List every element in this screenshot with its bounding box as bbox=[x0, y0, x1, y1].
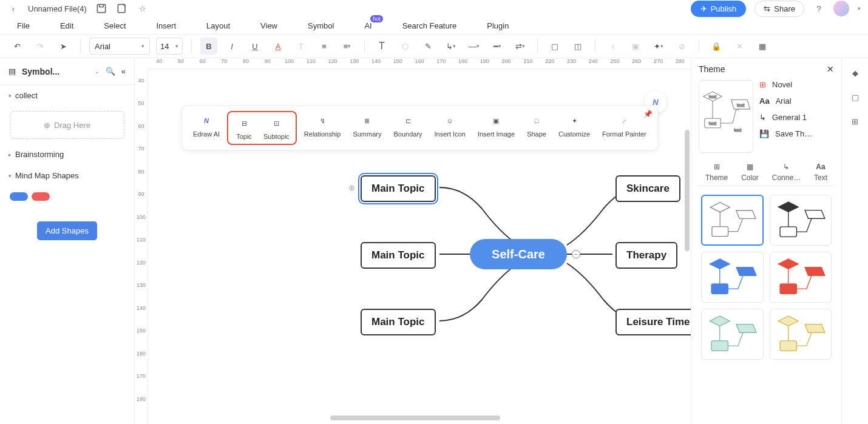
rp-novel[interactable]: ⊞Novel bbox=[759, 80, 834, 89]
image-icon[interactable]: ▢ bbox=[546, 38, 563, 55]
line-weight-icon[interactable]: ━▾ bbox=[489, 38, 506, 55]
section-mindmap[interactable]: ▾Mind Map Shapes bbox=[0, 165, 134, 186]
align-icon[interactable]: ≡ bbox=[316, 38, 333, 55]
topic-l1[interactable]: Main Topic bbox=[361, 175, 436, 202]
highlight-icon[interactable]: T bbox=[293, 38, 310, 55]
line-style-icon[interactable]: —▾ bbox=[466, 38, 483, 55]
crop-icon[interactable]: ◫ bbox=[569, 38, 586, 55]
arrow-icon[interactable]: ⇄▾ bbox=[512, 38, 529, 55]
theme-4[interactable] bbox=[770, 252, 832, 303]
menu-ai[interactable]: AIhot bbox=[364, 21, 371, 30]
theme-3[interactable] bbox=[701, 252, 764, 303]
line-height-icon[interactable]: ≡▾ bbox=[339, 38, 356, 55]
theme-1[interactable] bbox=[701, 195, 764, 246]
topic-r2[interactable]: Therapy bbox=[615, 242, 677, 269]
back-icon[interactable]: ‹ bbox=[7, 2, 19, 15]
topic-r3[interactable]: Leisure Time bbox=[615, 309, 691, 335]
ft-summary[interactable]: ≣Summary bbox=[348, 111, 386, 145]
rtab-color[interactable]: ▦Color bbox=[741, 163, 759, 182]
center-node[interactable]: Self-Care bbox=[470, 239, 567, 269]
distribute-icon[interactable]: ▣ bbox=[627, 38, 644, 55]
help-icon[interactable]: ? bbox=[813, 2, 825, 15]
ft-subtopic[interactable]: ⊡Subtopic bbox=[259, 113, 294, 143]
redo-icon[interactable]: ↷ bbox=[32, 38, 49, 55]
theme-5[interactable] bbox=[701, 309, 764, 360]
sidebar-caret-icon[interactable]: ⌄ bbox=[95, 69, 100, 75]
topic-l3[interactable]: Main Topic bbox=[361, 309, 436, 335]
ft-relationship[interactable]: ↯Relationship bbox=[299, 111, 346, 145]
pin-icon[interactable]: 📌 bbox=[643, 110, 653, 118]
menu-view[interactable]: View bbox=[260, 21, 277, 30]
topic-r1[interactable]: Skincare bbox=[615, 175, 680, 202]
save-icon[interactable] bbox=[95, 2, 107, 15]
ft-topic[interactable]: ⊟Topic bbox=[229, 113, 259, 143]
library-icon: ▤ bbox=[8, 67, 16, 76]
line-color-icon[interactable]: ✎ bbox=[419, 38, 436, 55]
search-icon[interactable]: 🔍 bbox=[106, 67, 115, 76]
underline-icon[interactable]: U bbox=[246, 38, 263, 55]
bold-icon[interactable]: B bbox=[200, 38, 217, 55]
text-tool-icon[interactable]: T bbox=[373, 38, 390, 55]
ft-image[interactable]: ▣Insert Image bbox=[473, 111, 520, 145]
collapse-sidebar-icon[interactable]: « bbox=[121, 67, 126, 76]
shape-pill-red[interactable] bbox=[32, 192, 50, 201]
menu-symbol[interactable]: Symbol bbox=[308, 21, 334, 30]
rtab-theme[interactable]: ⊞Theme bbox=[705, 163, 728, 182]
share-button[interactable]: ⇆Share bbox=[754, 1, 804, 17]
undo-icon[interactable]: ↶ bbox=[8, 38, 25, 55]
add-sibling-icon[interactable]: ⊕ bbox=[348, 183, 355, 192]
cursor-icon[interactable]: ➤ bbox=[55, 38, 72, 55]
rp-general[interactable]: ↳General 1 bbox=[759, 113, 834, 122]
ft-edraw-ai[interactable]: NEdraw AI bbox=[188, 111, 225, 145]
rtab-conn[interactable]: ↳Conne… bbox=[772, 163, 801, 182]
collapse-icon[interactable]: − bbox=[572, 250, 580, 258]
ft-customize[interactable]: ✦Customize bbox=[554, 111, 595, 145]
rp-font[interactable]: AaArial bbox=[759, 96, 834, 106]
svg-text:text: text bbox=[709, 94, 717, 99]
horizontal-scrollbar[interactable] bbox=[330, 416, 500, 420]
ft-icon[interactable]: ☺Insert Icon bbox=[430, 111, 470, 145]
rp-save[interactable]: 💾Save Th… bbox=[759, 129, 834, 138]
lock-icon[interactable]: 🔒 bbox=[708, 38, 725, 55]
font-select[interactable]: Arial▾ bbox=[89, 38, 150, 55]
align-obj-icon[interactable]: ⫞ bbox=[604, 38, 621, 55]
tools-icon[interactable]: ✕ bbox=[731, 38, 748, 55]
export-icon[interactable] bbox=[116, 2, 128, 15]
avatar-caret-icon[interactable]: ▾ bbox=[858, 5, 861, 12]
close-icon[interactable]: ✕ bbox=[827, 64, 834, 74]
avatar[interactable] bbox=[833, 1, 849, 16]
section-collect[interactable]: ▾collect bbox=[0, 85, 134, 106]
menu-search[interactable]: Search Feature bbox=[402, 21, 457, 30]
rail-apps-icon[interactable]: ⊞ bbox=[849, 115, 861, 127]
table-icon[interactable]: ▦ bbox=[754, 38, 771, 55]
connector-icon[interactable]: ↳▾ bbox=[442, 38, 459, 55]
rail-page-icon[interactable]: ▢ bbox=[849, 91, 861, 103]
drag-here[interactable]: ⊕Drag Here bbox=[10, 111, 124, 139]
effects-icon[interactable]: ✦▾ bbox=[650, 38, 667, 55]
publish-button[interactable]: ✈Publish bbox=[691, 1, 747, 17]
menu-select[interactable]: Select bbox=[104, 21, 126, 30]
star-icon[interactable]: ☆ bbox=[137, 2, 149, 15]
rail-fill-icon[interactable]: ◆ bbox=[849, 67, 861, 79]
menu-file[interactable]: File bbox=[17, 21, 30, 30]
menu-insert[interactable]: Insert bbox=[157, 21, 177, 30]
add-shapes-button[interactable]: Add Shapes bbox=[37, 221, 97, 240]
font-color-icon[interactable]: A bbox=[270, 38, 287, 55]
topic-l2[interactable]: Main Topic bbox=[361, 242, 436, 269]
ft-shape[interactable]: □Shape bbox=[522, 111, 551, 145]
size-select[interactable]: 14▾ bbox=[156, 38, 183, 55]
menu-edit[interactable]: Edit bbox=[60, 21, 73, 30]
shape-pill-blue[interactable] bbox=[10, 192, 28, 201]
fill-icon[interactable]: ⬡ bbox=[396, 38, 413, 55]
menu-layout[interactable]: Layout bbox=[206, 21, 230, 30]
vertical-scrollbar[interactable] bbox=[685, 130, 690, 251]
clear-icon[interactable]: ⊘ bbox=[673, 38, 690, 55]
theme-2[interactable] bbox=[770, 195, 832, 246]
italic-icon[interactable]: I bbox=[223, 38, 240, 55]
rtab-text[interactable]: AaText bbox=[814, 163, 827, 182]
section-brainstorm[interactable]: ▸Brainstorming bbox=[0, 144, 134, 165]
theme-6[interactable] bbox=[770, 309, 832, 360]
menu-plugin[interactable]: Plugin bbox=[487, 21, 509, 30]
ft-boundary[interactable]: ⊏Boundary bbox=[388, 111, 427, 145]
theme-preview: texttexttexttext bbox=[699, 80, 753, 153]
